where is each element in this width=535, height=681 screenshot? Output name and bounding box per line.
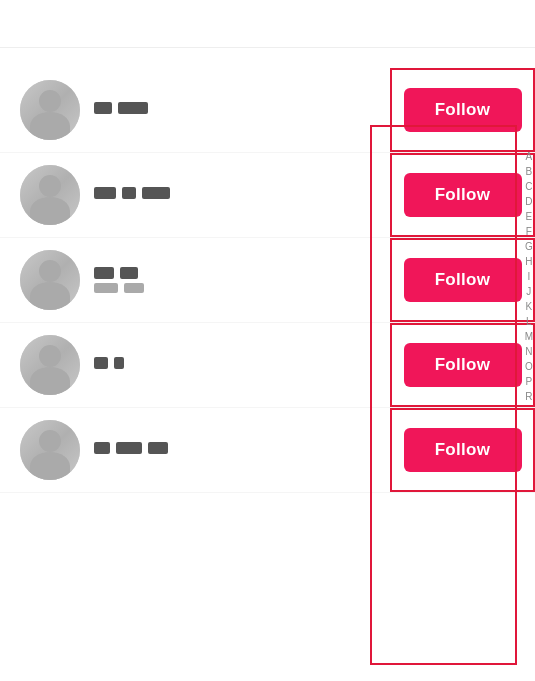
avatar-image [20, 165, 80, 225]
follow-button[interactable]: Follow [404, 428, 522, 472]
avatar-image [20, 80, 80, 140]
alpha-letter[interactable]: M [525, 330, 533, 344]
alpha-letter[interactable]: G [525, 240, 533, 254]
alpha-letter[interactable]: N [525, 345, 533, 359]
name-block [94, 102, 112, 114]
name-block [94, 187, 116, 199]
avatar [20, 420, 80, 480]
alpha-letter[interactable]: P [525, 375, 533, 389]
follow-area: Follow [390, 238, 535, 322]
alpha-letter[interactable]: J [525, 285, 533, 299]
name-block [142, 187, 170, 199]
avatar [20, 335, 80, 395]
alpha-letter[interactable]: L [525, 315, 533, 329]
alpha-letter[interactable]: K [525, 300, 533, 314]
avatar-image [20, 335, 80, 395]
alpha-letter[interactable]: R [525, 390, 533, 404]
name-block [118, 102, 148, 114]
alpha-letter[interactable]: H [525, 255, 533, 269]
follow-area: Follow [390, 153, 535, 237]
contact-item: Follow [0, 238, 535, 323]
name-block [148, 442, 168, 454]
contact-item: Follow [0, 68, 535, 153]
avatar [20, 80, 80, 140]
alpha-letter[interactable]: E [525, 210, 533, 224]
contact-item: Follow [0, 153, 535, 238]
name-block [94, 267, 114, 279]
sub-block [94, 283, 118, 293]
name-block [114, 357, 124, 369]
follow-button[interactable]: Follow [404, 88, 522, 132]
follow-area: Follow [390, 408, 535, 492]
name-block [94, 442, 110, 454]
avatar [20, 165, 80, 225]
header [0, 0, 535, 48]
follow-button[interactable]: Follow [404, 343, 522, 387]
contact-item: Follow [0, 323, 535, 408]
name-block [116, 442, 142, 454]
sub-block [124, 283, 144, 293]
alpha-index[interactable]: ABCDEFGHIJKLMNOPR [525, 150, 533, 404]
alpha-letter[interactable]: O [525, 360, 533, 374]
follow-button[interactable]: Follow [404, 173, 522, 217]
alpha-letter[interactable]: A [525, 150, 533, 164]
follow-area: Follow [390, 68, 535, 152]
section-label [0, 48, 535, 68]
avatar-image [20, 420, 80, 480]
name-block [122, 187, 136, 199]
follow-area: Follow [390, 323, 535, 407]
name-block [94, 357, 108, 369]
alpha-letter[interactable]: D [525, 195, 533, 209]
avatar-image [20, 250, 80, 310]
contact-item: Follow [0, 408, 535, 493]
contact-list: FollowFollowFollowFollowFollow [0, 68, 535, 493]
alpha-letter[interactable]: I [525, 270, 533, 284]
avatar [20, 250, 80, 310]
alpha-letter[interactable]: F [525, 225, 533, 239]
follow-button[interactable]: Follow [404, 258, 522, 302]
name-block [120, 267, 138, 279]
alpha-letter[interactable]: B [525, 165, 533, 179]
alpha-letter[interactable]: C [525, 180, 533, 194]
